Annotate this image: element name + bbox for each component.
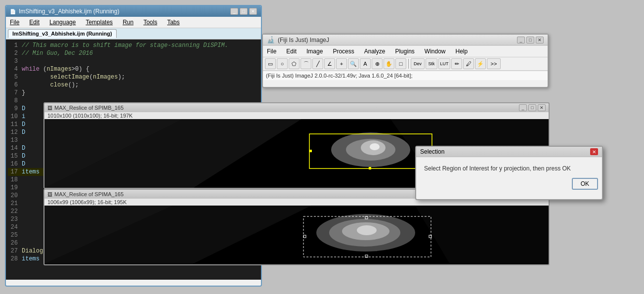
svg-point-19	[357, 225, 377, 235]
tool-hand[interactable]: ✋	[384, 58, 394, 69]
dialog-title-text: Selection	[420, 148, 444, 155]
tool-rect[interactable]: ▭	[265, 58, 276, 69]
imagej-title: (Fiji Is Just) ImageJ	[278, 37, 329, 43]
spimb-win-controls: _ □ ✕	[519, 104, 546, 111]
tool-line[interactable]: ╱	[312, 58, 323, 69]
svg-point-7	[370, 143, 380, 150]
menu-templates[interactable]: Templates	[84, 18, 115, 27]
imagej-win-controls: _ □ ✕	[517, 37, 544, 43]
tool-magnify[interactable]: ⊕	[372, 58, 383, 69]
ij-menu-window[interactable]: Window	[423, 47, 448, 56]
dialog-title-bar: Selection ✕	[416, 147, 602, 157]
imagej-menu-bar: File Edit Image Process Analyze Plugins …	[263, 45, 548, 57]
ij-menu-file[interactable]: File	[265, 47, 278, 56]
imagej-status: (Fiji Is Just) ImageJ 2.0.0-rc-32/1.49v;…	[263, 71, 548, 80]
imagej-close[interactable]: ✕	[536, 37, 544, 43]
spima-title: MAX_Reslice of SPIMA_165	[54, 191, 124, 197]
imagej-titlebar: 🔬 (Fiji Is Just) ImageJ _ □ ✕	[263, 35, 548, 45]
menu-file[interactable]: File	[8, 18, 21, 27]
imagej-window: 🔬 (Fiji Is Just) ImageJ _ □ ✕ File Edit …	[262, 34, 549, 88]
imagej-toolbar: ▭ ○ ⬠ ⌒ ╱ ∠ + 🔍 A ⊕ ✋ □ Dev Stk LUT ✏ 🖊 …	[263, 57, 548, 71]
menu-tabs[interactable]: Tabs	[165, 18, 181, 27]
spima-window: 🖼 MAX_Reslice of SPIMA_165 _ □ ✕ 1006x99…	[43, 189, 550, 265]
spimb-icon: 🖼	[47, 105, 52, 111]
code-line-5: 5 selectImage(nImages);	[8, 73, 259, 81]
tool-zoom[interactable]: 🔍	[348, 58, 359, 69]
tool-dev[interactable]: Dev	[411, 58, 425, 69]
menu-run[interactable]: Run	[121, 18, 135, 27]
ij-menu-plugins[interactable]: Plugins	[393, 47, 416, 56]
tool-stk[interactable]: Stk	[426, 58, 437, 69]
menu-tools[interactable]: Tools	[141, 18, 159, 27]
active-tab[interactable]: ImShifting_v3_Abhishek.ijm (Running)	[8, 29, 117, 38]
svg-rect-9	[369, 167, 371, 169]
maximize-button[interactable]: □	[240, 8, 248, 15]
svg-rect-10	[309, 150, 312, 152]
macro-editor-title: ImShifting_v3_Abhishek.ijm (Running)	[19, 8, 119, 15]
dialog-buttons: OK	[416, 176, 602, 192]
code-line-3: 3	[8, 57, 259, 65]
spimb-titlebar: 🖼 MAX_Reslice of SPIMB_165 _ □ ✕	[44, 103, 549, 112]
tool-angle[interactable]: ∠	[324, 58, 335, 69]
spima-canvas[interactable]	[44, 206, 549, 264]
imagej-minimize[interactable]: _	[517, 37, 525, 43]
tab-bar: ImShifting_v3_Abhishek.ijm (Running)	[6, 28, 261, 40]
spimb-info: 1010x100 (1010x100); 16-bit; 197K	[44, 112, 549, 119]
code-line-6: 6 close();	[8, 81, 259, 89]
selection-dialog: Selection ✕ Select Region of Interest fo…	[415, 146, 603, 200]
ij-menu-process[interactable]: Process	[331, 47, 356, 56]
code-line-2: 2 // Min Guo, Dec 2016	[8, 49, 259, 57]
ij-menu-help[interactable]: Help	[454, 47, 470, 56]
spimb-minimize[interactable]: _	[519, 104, 527, 111]
tool-oval[interactable]: ○	[277, 58, 288, 69]
tool-freehand[interactable]: ⌒	[301, 58, 311, 69]
dialog-ok-button[interactable]: OK	[572, 178, 598, 190]
tool-text[interactable]: A	[360, 58, 371, 69]
close-button[interactable]: ✕	[249, 8, 257, 15]
code-line-1: 1 // This macro is to shift image for st…	[8, 42, 259, 49]
tool-point[interactable]: +	[336, 58, 347, 69]
dialog-close-button[interactable]: ✕	[590, 148, 598, 155]
ij-menu-edit[interactable]: Edit	[284, 47, 299, 56]
editor-icon: 📄	[10, 9, 16, 14]
tool-pencil[interactable]: ✏	[451, 58, 462, 69]
dialog-body: Select Region of Interest for y projecti…	[416, 157, 602, 176]
ij-menu-analyze[interactable]: Analyze	[362, 47, 387, 56]
tool-lut[interactable]: LUT	[438, 58, 450, 69]
code-line-7: 7 }	[8, 89, 259, 97]
spimb-title: MAX_Reslice of SPIMB_165	[54, 105, 124, 111]
tool-polygon[interactable]: ⬠	[289, 58, 300, 69]
menu-bar: File Edit Language Templates Run Tools T…	[6, 17, 261, 28]
spima-icon: 🖼	[47, 192, 52, 197]
imagej-maximize[interactable]: □	[526, 37, 534, 43]
win-controls: _ □ ✕	[230, 8, 257, 15]
minimize-button[interactable]: _	[230, 8, 238, 15]
spimb-maximize[interactable]: □	[528, 104, 536, 111]
menu-language[interactable]: Language	[47, 18, 78, 27]
imagej-icon: 🔬	[267, 36, 275, 43]
ij-menu-image[interactable]: Image	[304, 47, 325, 56]
tool-rect2[interactable]: □	[395, 58, 406, 69]
spimb-close[interactable]: ✕	[538, 104, 546, 111]
tool-arrow[interactable]: >>	[487, 58, 501, 69]
tool-special[interactable]: ⚡	[475, 58, 486, 69]
macro-editor-titlebar: 📄 ImShifting_v3_Abhishek.ijm (Running) _…	[6, 6, 261, 17]
code-line-4: 4 while (nImages>0) {	[8, 65, 259, 73]
toolbar-separator	[408, 59, 409, 69]
dialog-message: Select Region of Interest for y projecti…	[424, 165, 571, 172]
menu-edit[interactable]: Edit	[27, 18, 42, 27]
tool-wand[interactable]: 🖊	[463, 58, 474, 69]
spima-image	[44, 206, 549, 264]
